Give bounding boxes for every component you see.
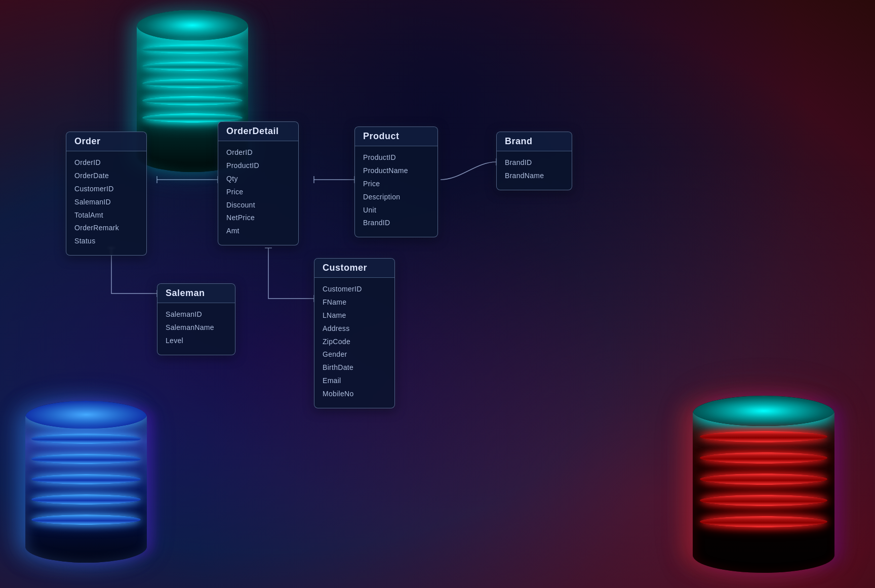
field-od-qty: Qty: [226, 173, 290, 186]
saleman-table-body: SalemanID SalemanName Level: [157, 303, 235, 355]
customer-fields: CustomerID FName LName Address ZipCode G…: [323, 283, 386, 401]
field-od-netprice: NetPrice: [226, 212, 290, 225]
field-od-price: Price: [226, 186, 290, 199]
orderdetail-table-header: OrderDetail: [218, 122, 298, 141]
customer-table-title: Customer: [323, 263, 367, 273]
product-fields: ProductID ProductName Price Description …: [363, 151, 429, 230]
field-od-productid: ProductID: [226, 159, 290, 173]
saleman-table-card: Saleman SalemanID SalemanName Level: [157, 283, 235, 355]
field-orderremark: OrderRemark: [74, 222, 138, 235]
orderdetail-fields: OrderID ProductID Qty Price Discount Net…: [226, 146, 290, 238]
background-gradient: [0, 0, 875, 588]
field-b-brandname: BrandName: [505, 170, 564, 183]
saleman-table-header: Saleman: [157, 284, 235, 303]
orderdetail-table-body: OrderID ProductID Qty Price Discount Net…: [218, 141, 298, 245]
field-p-unit: Unit: [363, 204, 429, 217]
field-salemanid: SalemanID: [74, 196, 138, 209]
field-totalamt: TotalAmt: [74, 209, 138, 222]
erd-connections: [0, 0, 875, 588]
field-status: Status: [74, 235, 138, 248]
dark-database-cylinder: [693, 396, 834, 573]
field-s-salemanname: SalemanName: [166, 321, 227, 334]
customer-table-header: Customer: [314, 259, 394, 278]
field-c-email: Email: [323, 374, 386, 388]
orderdetail-table-title: OrderDetail: [226, 126, 279, 136]
field-c-customerid: CustomerID: [323, 283, 386, 296]
saleman-table-title: Saleman: [166, 288, 205, 298]
field-p-price: Price: [363, 178, 429, 191]
field-b-brandid: BrandID: [505, 156, 564, 170]
field-c-mobileno: MobileNo: [323, 388, 386, 401]
product-table-body: ProductID ProductName Price Description …: [355, 146, 437, 237]
field-c-birthdate: BirthDate: [323, 361, 386, 374]
brand-fields: BrandID BrandName: [505, 156, 564, 183]
field-p-description: Description: [363, 191, 429, 204]
product-table-header: Product: [355, 127, 437, 146]
field-c-fname: FName: [323, 296, 386, 309]
blue-database-cylinder: [25, 401, 147, 563]
field-od-discount: Discount: [226, 199, 290, 212]
order-table-card: Order OrderID OrderDate CustomerID Salem…: [66, 132, 147, 256]
field-p-productid: ProductID: [363, 151, 429, 164]
customer-table-card: Customer CustomerID FName LName Address …: [314, 258, 395, 408]
order-table-header: Order: [66, 132, 146, 151]
field-c-address: Address: [323, 322, 386, 335]
order-fields: OrderID OrderDate CustomerID SalemanID T…: [74, 156, 138, 248]
product-table-card: Product ProductID ProductName Price Desc…: [354, 127, 438, 237]
order-table-title: Order: [74, 136, 101, 146]
field-c-gender: Gender: [323, 348, 386, 361]
customer-table-body: CustomerID FName LName Address ZipCode G…: [314, 278, 394, 408]
order-table-body: OrderID OrderDate CustomerID SalemanID T…: [66, 151, 146, 255]
field-od-amt: Amt: [226, 225, 290, 238]
brand-table-header: Brand: [497, 132, 572, 151]
field-c-lname: LName: [323, 309, 386, 322]
field-s-salemanid: SalemanID: [166, 308, 227, 321]
field-od-orderid: OrderID: [226, 146, 290, 159]
field-orderdate: OrderDate: [74, 170, 138, 183]
field-orderid: OrderID: [74, 156, 138, 170]
orderdetail-table-card: OrderDetail OrderID ProductID Qty Price …: [218, 121, 299, 245]
brand-table-card: Brand BrandID BrandName: [496, 132, 572, 190]
brand-table-title: Brand: [505, 136, 533, 146]
field-c-zipcode: ZipCode: [323, 335, 386, 349]
brand-table-body: BrandID BrandName: [497, 151, 572, 190]
field-p-brandid: BrandID: [363, 217, 429, 230]
field-p-productname: ProductName: [363, 164, 429, 178]
saleman-fields: SalemanID SalemanName Level: [166, 308, 227, 348]
product-table-title: Product: [363, 131, 400, 141]
field-s-level: Level: [166, 334, 227, 348]
field-customerid: CustomerID: [74, 183, 138, 196]
